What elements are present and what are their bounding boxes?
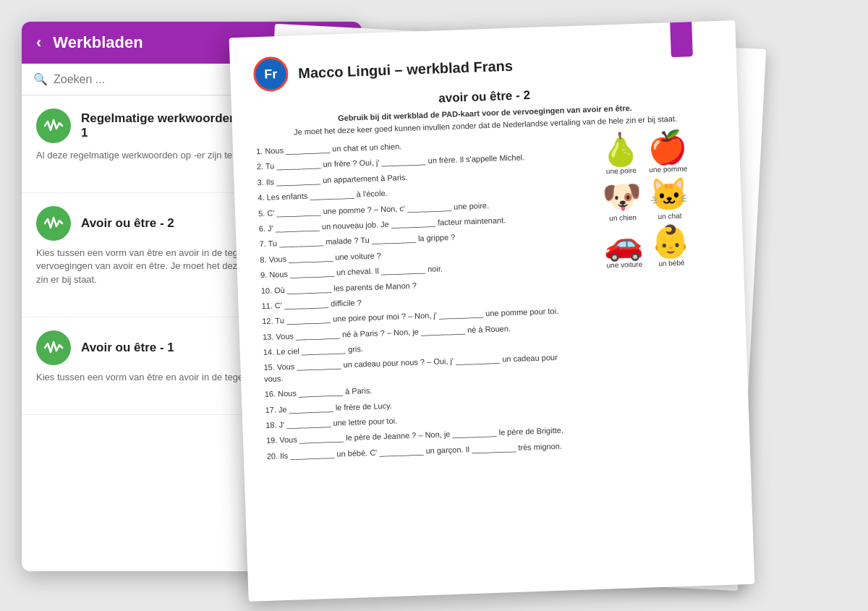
waveform-icon xyxy=(43,116,64,136)
image-row: 🍐une poire🍎une pomme xyxy=(571,130,718,176)
image-emoji: 🍎 xyxy=(647,131,689,164)
fr-logo: Fr xyxy=(253,56,289,93)
document-title: Macco Lingui – werkblad Frans xyxy=(298,57,513,81)
image-label: un bébé xyxy=(652,258,692,268)
bookmark-tab xyxy=(670,20,693,57)
image-emoji: 🚗 xyxy=(603,227,644,260)
image-emoji: 👶 xyxy=(650,225,692,258)
page-title: Werkbladen xyxy=(53,33,142,52)
worksheet-title: Avoir ou être - 2 xyxy=(81,216,174,231)
worksheet-icon xyxy=(36,330,71,365)
questions-section: 1. Nous __________ un chat et un chien.2… xyxy=(256,130,727,466)
worksheet-title: Avoir ou être - 1 xyxy=(81,341,174,355)
image-row: 🚗une voiture👶un bébé xyxy=(574,224,720,270)
image-emoji: 🍐 xyxy=(600,133,642,166)
image-item: 🐶un chien xyxy=(602,180,643,223)
image-item: 🍐une poire xyxy=(600,133,642,176)
image-label: une voiture xyxy=(605,260,644,270)
image-emoji: 🐶 xyxy=(602,180,643,213)
image-item: 🍎une pomme xyxy=(647,131,689,174)
image-row: 🐶un chien🐱un chat xyxy=(573,177,719,223)
search-icon: 🔍 xyxy=(33,72,48,86)
image-label: une poire xyxy=(601,166,641,176)
image-emoji: 🐱 xyxy=(649,178,690,211)
image-item: 🚗une voiture xyxy=(603,227,644,270)
worksheet-icon xyxy=(36,108,71,143)
waveform-icon xyxy=(43,213,64,234)
back-button[interactable]: ‹ xyxy=(36,33,41,52)
questions-list: 1. Nous __________ un chat et un chien.2… xyxy=(256,135,575,466)
waveform-icon xyxy=(43,338,64,358)
image-label: un chien xyxy=(603,213,642,223)
image-item: 🐱un chat xyxy=(649,178,690,221)
image-label: un chat xyxy=(650,211,689,221)
worksheet-icon xyxy=(36,206,71,241)
image-label: une pomme xyxy=(648,164,688,174)
images-section: 🍐une poire🍎une pomme🐶un chien🐱un chat🚗un… xyxy=(571,130,727,456)
document-front: Fr Macco Lingui – werkblad Frans avoir o… xyxy=(229,20,755,602)
image-item: 👶un bébé xyxy=(650,225,692,268)
